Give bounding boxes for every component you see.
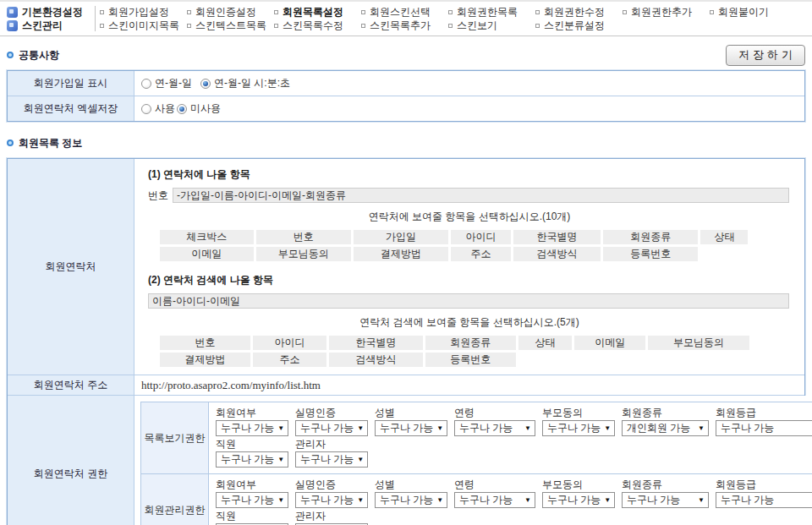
nav-menu-item-label: 스킨보기	[457, 19, 497, 33]
field-option-cell[interactable]	[574, 353, 645, 367]
permission-select[interactable]: 누구나 가능 ▼	[622, 492, 709, 508]
nav-menu-item[interactable]: 회원인증설정	[187, 5, 274, 19]
field-option-cell[interactable]: 회원종류	[425, 336, 516, 350]
nav-menu-item[interactable]: 회원목록설정	[274, 5, 361, 19]
nav-menu-item[interactable]: 스킨목록추가	[361, 19, 448, 33]
row-label-address: 회원연락처 주소	[8, 375, 134, 395]
row-content-permissions: 목록보기권한 회원여부 누구나 가능 ▼	[134, 396, 812, 525]
permission-field-row-1: 회원여부 누구나 가능 ▼ 실명인증	[216, 407, 812, 436]
nav-menu-item[interactable]: 회원가입설정	[100, 5, 187, 19]
field-option-cell[interactable]: 등록번호	[603, 247, 698, 261]
row-content-address: http://proto.asapro2.com/myinfo/list.htm	[134, 375, 804, 395]
permission-row-label: 회원관리권한	[141, 474, 209, 525]
permission-select[interactable]: 누구나 가능 ▼	[216, 451, 288, 468]
nav-menu-item[interactable]: 회원붙이기	[710, 5, 797, 19]
save-button[interactable]: 저장하기	[726, 45, 805, 66]
field-option-cell[interactable]: 결제방법	[160, 353, 250, 367]
permission-select[interactable]: 누구나 가능 ▼	[295, 451, 368, 468]
search-items-input[interactable]	[148, 293, 789, 309]
circle-bullet-icon	[7, 139, 14, 146]
radio-icon[interactable]	[141, 79, 151, 89]
dropdown-arrow-icon: ▼	[524, 425, 531, 432]
field-option-cell[interactable]: 검색방식	[513, 247, 601, 261]
permission-select[interactable]: 누구나 가능 ▼	[295, 492, 368, 508]
field-label: 회원여부	[216, 479, 288, 490]
field-option-cell[interactable]	[518, 353, 572, 367]
radio-option-date[interactable]: 연-월-일	[141, 76, 192, 90]
permission-field: 회원여부 누구나 가능 ▼	[216, 479, 288, 508]
table-row: 회원연락처 엑셀저장 사용 미사용	[8, 96, 804, 121]
field-option-cell[interactable]: 상태	[518, 336, 572, 350]
nav-menu-item[interactable]: 회원권한수정	[535, 5, 623, 19]
permission-select[interactable]: 누구나 가능 ▼	[454, 420, 535, 436]
nav-menu-item[interactable]: 회원스킨선택	[361, 5, 448, 19]
window-icon	[7, 7, 18, 18]
nav-menu-item[interactable]: 스킨목록수정	[274, 19, 361, 33]
permission-select[interactable]: 누구나 가능 ▼	[542, 492, 615, 508]
field-option-cell[interactable]: 가입일	[354, 230, 448, 244]
permission-row-manage: 회원관리권한 회원여부 누구나 가능 ▼	[141, 473, 812, 525]
radio-icon-selected[interactable]	[177, 104, 187, 114]
radio-icon-selected[interactable]	[200, 79, 211, 89]
contact-items-input[interactable]	[173, 188, 789, 203]
field-option-cell[interactable]: 이메일	[574, 336, 645, 350]
nav-menu-item[interactable]: 회원권한추가	[623, 5, 710, 19]
field-option-cell[interactable]: 부모님동의	[648, 336, 749, 350]
permission-field: 부모동의 누구나 가능 ▼	[542, 479, 615, 508]
nav-group-skin-management[interactable]: 스킨관리	[7, 19, 91, 32]
radio-icon[interactable]	[141, 104, 151, 114]
field-option-cell[interactable]: 회원종류	[603, 230, 698, 244]
permission-fields: 회원여부 누구나 가능 ▼ 실명인증	[209, 402, 812, 473]
field-option-cell[interactable]	[700, 247, 748, 261]
nav-menu-item[interactable]: 스킨텍스트목록	[187, 19, 274, 33]
nav-group-basic-settings[interactable]: 기본환경설정	[7, 5, 91, 19]
field-label: 회원등급	[716, 479, 812, 490]
field-option-cell[interactable]: 이메일	[160, 247, 254, 261]
field-option-cell[interactable]: 번호	[160, 336, 250, 350]
field-option-cell[interactable]: 체크박스	[160, 230, 254, 244]
dropdown-arrow-icon: ▼	[436, 497, 443, 504]
field-option-cell[interactable]: 한국별명	[513, 230, 601, 244]
contact-item-grid-row-1: 체크박스번호가입일아이디한국별명회원종류상태	[160, 230, 784, 244]
permission-select[interactable]: 누구나 가능 ▼	[216, 420, 288, 436]
field-option-cell[interactable]: 번호	[256, 230, 351, 244]
field-option-cell[interactable]: 한국별명	[329, 336, 423, 350]
select-value: 누구나 가능	[547, 493, 601, 507]
square-bullet-icon	[361, 10, 365, 14]
field-option-cell[interactable]: 주소	[451, 247, 511, 261]
permission-select[interactable]: 누구나 가능 ▼	[375, 420, 447, 436]
radio-option-no-use[interactable]: 미사용	[177, 101, 221, 116]
radio-option-use[interactable]: 사용	[141, 101, 175, 116]
permission-select[interactable]: 누구나 가능 ▼	[216, 492, 288, 508]
field-option-cell[interactable]: 부모님동의	[256, 247, 351, 261]
field-option-cell[interactable]: 주소	[253, 353, 326, 367]
input-prefix-label: 번호	[148, 189, 168, 203]
row-content: 연-월-일 연-월-일 시:분:초	[134, 71, 804, 96]
field-option-cell[interactable]: 아이디	[253, 336, 326, 350]
permission-select[interactable]: 누구나 가능 ▼	[716, 420, 812, 436]
square-bullet-icon	[535, 24, 540, 28]
permission-select[interactable]: 누구나 가능 ▼	[375, 492, 447, 508]
select-value: 누구나 가능	[380, 421, 433, 435]
square-bullet-icon	[448, 24, 453, 28]
permission-select[interactable]: 개인회원 가능 ▼	[622, 420, 709, 436]
permission-select[interactable]: 누구나 가능 ▼	[542, 420, 615, 436]
nav-menu-item[interactable]: 스킨이미지목록	[100, 19, 187, 33]
radio-option-datetime[interactable]: 연-월-일 시:분:초	[200, 76, 290, 90]
nav-menu-item[interactable]: 회원권한목록	[448, 5, 535, 19]
field-label: 연령	[454, 479, 535, 490]
field-option-cell[interactable]: 등록번호	[425, 353, 516, 367]
permission-select[interactable]: 누구나 가능 ▼	[295, 420, 368, 436]
nav-menu-item[interactable]: 스킨보기	[448, 19, 535, 33]
field-label: 회원여부	[216, 407, 288, 418]
select-value: 누구나 가능	[300, 493, 354, 507]
field-option-cell[interactable]: 상태	[700, 230, 748, 244]
permission-select[interactable]: 누구나 가능 ▼	[716, 492, 812, 508]
field-option-cell[interactable]: 결제방법	[354, 247, 448, 261]
field-option-cell[interactable]: 검색방식	[329, 353, 423, 367]
dropdown-arrow-icon: ▼	[604, 497, 611, 504]
nav-menu-item[interactable]: 스킨분류설정	[535, 19, 623, 33]
field-option-cell[interactable]: 아이디	[451, 230, 511, 244]
permission-select[interactable]: 누구나 가능 ▼	[454, 492, 535, 508]
field-option-cell[interactable]	[648, 353, 749, 367]
